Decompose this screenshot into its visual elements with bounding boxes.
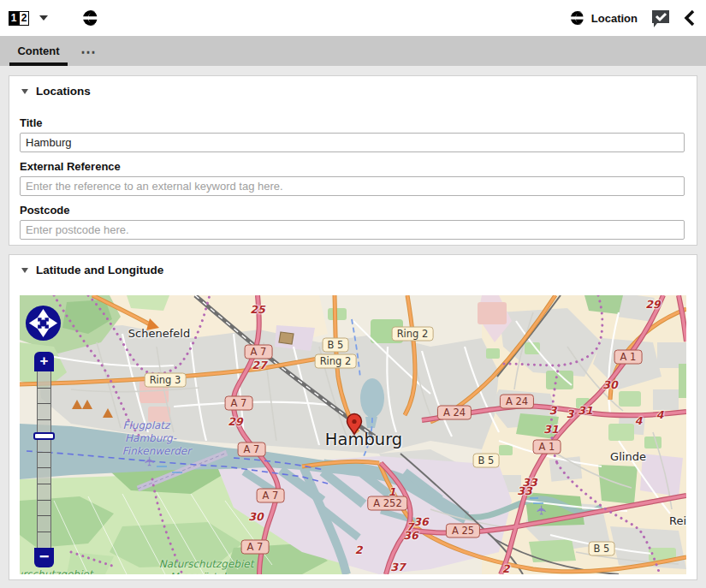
map-label-junction: 3	[549, 404, 557, 417]
map-label-junction: 33	[517, 484, 531, 497]
approval-check-icon[interactable]	[650, 9, 671, 28]
map-zoom-in-button[interactable]: +	[34, 352, 54, 371]
map-label-waterlabel: Flugplatz	[123, 419, 170, 431]
map-label-shield: A 7	[225, 396, 253, 411]
map-marker-label: Hamburg	[325, 430, 402, 449]
content-area: Locations TitleExternal ReferencePostcod…	[0, 66, 706, 580]
map-label-junction: 37	[390, 561, 405, 573]
map-label-plane: ✈	[534, 505, 549, 516]
panel-latlong-header[interactable]: Latitude and Longitude	[9, 255, 697, 276]
map-label-junction: 31	[543, 423, 558, 436]
map-label-junction: 2	[355, 543, 363, 556]
map-label-shield: A 24	[437, 406, 472, 420]
field-postcode: Postcode	[20, 205, 685, 240]
panel-latlong: Latitude and Longitude	[9, 254, 697, 580]
field-title: Title	[20, 117, 685, 152]
map-label-refbadge: B 5	[473, 454, 500, 468]
map-label-junction: 27	[252, 359, 266, 371]
map-label-shield: A 252	[367, 496, 407, 511]
map-label-shield: A 7	[245, 345, 273, 359]
panel-locations-title: Locations	[36, 86, 91, 98]
map-label-refbadge: Ring 2	[392, 327, 434, 342]
input-postcode[interactable]	[20, 220, 685, 240]
map-label-naturelabel: Naturschutzgebiet	[159, 558, 254, 570]
field-label: Title	[20, 117, 685, 129]
input-title[interactable]	[20, 133, 685, 152]
tab-content[interactable]: Content	[9, 36, 68, 66]
field-label: Postcode	[20, 205, 685, 217]
location-globe-icon	[570, 10, 585, 26]
content-type-label: Location	[591, 12, 638, 25]
map-label-junction: 29	[228, 415, 242, 428]
map-zoom-slider-track[interactable]	[37, 371, 51, 548]
map-label-naturelabel: Moorgürtel	[169, 571, 225, 574]
locale-toggle[interactable]: 1 2	[9, 11, 29, 26]
field-external-reference: External Reference	[20, 161, 685, 196]
tab-bar: Content ⋯	[0, 36, 706, 66]
map-label-junction: 36	[413, 515, 428, 528]
panel-locations-header[interactable]: Locations	[9, 76, 697, 98]
map-label-junction: 25	[250, 303, 264, 316]
collapse-triangle-icon	[21, 89, 28, 94]
map-label-refbadge: Ring 3	[145, 373, 187, 388]
collapse-panel-icon[interactable]	[684, 9, 696, 27]
active-tab-underline	[9, 62, 68, 66]
map-label-place: Schenefeld	[128, 327, 190, 340]
map-label-shield: A 24	[500, 395, 534, 409]
panel-latlong-title: Latitude and Longitude	[36, 264, 163, 276]
map-label-place: Reinbek	[669, 514, 686, 527]
map-label-shield: A 25	[446, 524, 480, 538]
map-label-refbadge: B 5	[323, 338, 349, 353]
map-pan-control[interactable]	[25, 305, 62, 342]
collapse-triangle-icon	[21, 268, 28, 273]
input-external-reference[interactable]	[20, 176, 685, 196]
map-label-junction: 1	[389, 485, 396, 498]
map-label-refbadge: Ring 2	[315, 354, 357, 369]
map-label-junction: 30	[602, 378, 617, 391]
map-label-junction: 29	[645, 298, 660, 311]
content-type: Location	[570, 10, 638, 26]
map-label-junction: 4	[656, 408, 664, 421]
locale-primary: 1	[9, 11, 19, 26]
map-label-junction: 36	[403, 529, 418, 542]
map-label-plane: ✈	[142, 456, 157, 467]
map-label-junction: 30	[248, 510, 263, 523]
map-label-naturelabel: Naturschutzgebiet	[20, 568, 92, 574]
map-label-shield: A 1	[614, 350, 643, 365]
map-label-shield: A 7	[241, 540, 270, 555]
map-label-shield: A 1	[533, 440, 561, 454]
map-label-shield: A 7	[257, 489, 285, 503]
map-label-place: Glinde	[610, 450, 646, 463]
toolbar: 1 2 Location	[0, 0, 706, 36]
tab-overflow[interactable]: ⋯	[80, 43, 98, 62]
map[interactable]: A 7A 7A 7A 7A 7A 24A 24A 1A 1A 252A 25B …	[20, 295, 686, 574]
locale-secondary: 2	[19, 11, 29, 26]
map-label-junction: 4	[635, 414, 643, 427]
map-label-junction: 31	[578, 404, 592, 417]
map-label-junction: 3	[567, 407, 574, 420]
site-globe-icon[interactable]	[82, 9, 99, 27]
dropdown-caret-icon[interactable]	[39, 15, 48, 21]
map-label-shield: A 7	[238, 442, 266, 457]
map-label-refbadge: B 5	[589, 542, 615, 556]
map-label-waterlabel: Hamburg-	[125, 432, 176, 444]
map-zoom-out-button[interactable]: −	[34, 548, 54, 567]
panel-locations: Locations TitleExternal ReferencePostcod…	[9, 75, 697, 246]
field-label: External Reference	[20, 161, 685, 173]
map-label-junction: 2	[502, 562, 510, 575]
map-zoom-slider-handle[interactable]	[33, 432, 55, 440]
